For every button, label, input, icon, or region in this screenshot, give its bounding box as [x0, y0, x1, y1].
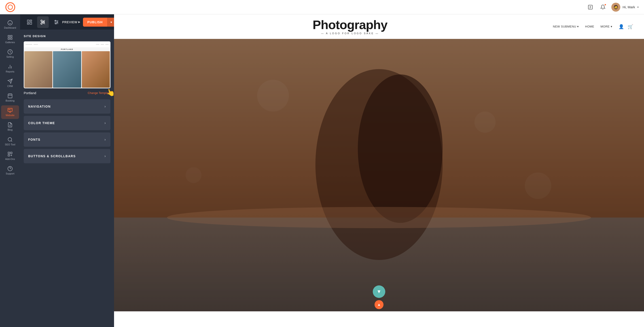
site-nav-more-dropdown-icon: ▾ — [611, 25, 612, 28]
fonts-section-button[interactable]: FONTS › — [24, 132, 110, 147]
svg-point-43 — [41, 20, 42, 22]
sidebar-label-seo: SEO Tool — [5, 143, 15, 146]
site-cart-icon[interactable]: 🛒 — [628, 24, 633, 29]
sidebar-item-support[interactable]: Support — [1, 164, 19, 177]
sidebar-label-blog: Blog — [8, 128, 12, 131]
template-nav-line-2 — [34, 44, 38, 45]
tab-settings[interactable] — [50, 16, 62, 28]
site-nav-label-home: HOME — [585, 25, 594, 28]
site-nav-dropdown-icon: ▾ — [577, 25, 579, 28]
site-nav-item-more[interactable]: MORE ▾ — [600, 25, 612, 28]
svg-rect-26 — [10, 110, 11, 110]
sidebar-item-blog[interactable]: Blog — [1, 120, 19, 134]
color-theme-chevron-icon: › — [104, 121, 106, 125]
template-nav-line-1 — [26, 44, 32, 45]
navigation-section-button[interactable]: NAVIGATION › — [24, 99, 110, 114]
preview-area: Photography — A LOGO FOR LOGO SAKE — NEW… — [114, 14, 644, 327]
preview-label: PREVIEW — [62, 20, 77, 24]
site-nav: NEW SUBMENU ▾ HOME MORE ▾ 👤 🛒 — [553, 24, 633, 29]
svg-rect-33 — [8, 154, 10, 156]
buttons-scrollbars-section-button[interactable]: BUTTONS & SCROLLBARS › — [24, 149, 110, 163]
site-nav-icons: 👤 🛒 — [618, 24, 633, 29]
publish-button-group: PUBLISH ▾ — [83, 18, 114, 26]
avatar: 🧔 — [611, 3, 620, 12]
svg-point-29 — [8, 138, 12, 141]
sidebar-label-reports: Reports — [6, 70, 14, 73]
svg-rect-41 — [27, 23, 29, 24]
sidebar-item-crm[interactable]: CRM — [1, 76, 19, 90]
svg-rect-10 — [10, 35, 12, 37]
publish-button[interactable]: PUBLISH — [83, 20, 107, 24]
scroll-up-button[interactable]: ▲ — [374, 300, 384, 309]
svg-point-1 — [8, 5, 12, 10]
sidebar-item-reports[interactable]: Reports — [1, 62, 19, 76]
color-theme-section-button[interactable]: COLOR THEME › — [24, 116, 110, 130]
svg-point-51 — [55, 20, 56, 21]
sidebar-label-selling: Selling — [6, 56, 14, 58]
tab-pages[interactable] — [24, 16, 35, 28]
panel-title: SITE DESIGN — [24, 34, 110, 38]
sidebar-label-galleries: Galleries — [5, 41, 15, 44]
svg-point-52 — [57, 22, 58, 22]
main-layout: Dashboard Galleries Selling — [0, 14, 644, 327]
sidebar-item-website[interactable]: Website — [1, 105, 19, 119]
user-chevron-icon: ▾ — [637, 6, 639, 9]
svg-rect-12 — [10, 38, 12, 39]
sidebar-item-addons[interactable]: Add-Ons — [1, 149, 19, 163]
color-theme-section-label: COLOR THEME — [28, 121, 55, 125]
sidebar-item-galleries[interactable]: Galleries — [1, 32, 19, 46]
site-nav-label-submenu: NEW SUBMENU — [553, 25, 576, 28]
svg-point-44 — [41, 23, 42, 24]
fonts-section-label: FONTS — [28, 138, 40, 141]
site-nav-item-submenu[interactable]: NEW SUBMENU ▾ — [553, 25, 579, 28]
template-photo-1 — [24, 51, 52, 88]
info-button[interactable] — [586, 3, 594, 11]
preview-button[interactable]: PREVIEW ▶ — [62, 20, 80, 24]
site-user-icon[interactable]: 👤 — [618, 24, 624, 29]
sidebar-label-support: Support — [6, 172, 14, 175]
svg-line-47 — [42, 21, 43, 22]
site-header: Photography — A LOGO FOR LOGO SAKE — NEW… — [114, 14, 644, 39]
svg-rect-25 — [10, 109, 12, 109]
sidebar-item-dashboard[interactable]: Dashboard — [1, 18, 19, 32]
scroll-down-icon: ▼ — [376, 289, 382, 294]
change-template-link[interactable]: Change Template — [88, 91, 110, 94]
template-photos — [24, 50, 110, 88]
navigation-section-label: NAVIGATION — [28, 105, 51, 108]
sidebar-label-booking: Booking — [6, 99, 14, 102]
scroll-down-button[interactable]: ▼ — [373, 286, 385, 298]
notification-button[interactable] — [599, 3, 607, 11]
toolbar-tabs — [24, 16, 62, 28]
svg-rect-11 — [8, 38, 10, 39]
svg-rect-32 — [10, 152, 12, 154]
template-photo-2 — [53, 51, 81, 88]
app-logo[interactable] — [5, 2, 15, 12]
site-logo-text: Photography — [312, 18, 387, 31]
svg-line-30 — [11, 140, 12, 141]
svg-line-46 — [44, 22, 45, 24]
site-nav-item-home[interactable]: HOME — [585, 25, 594, 28]
svg-point-0 — [6, 3, 15, 12]
template-preview-header — [24, 42, 110, 48]
sidebar-item-booking[interactable]: Booking — [1, 91, 19, 104]
tab-design[interactable] — [37, 16, 49, 28]
svg-rect-38 — [27, 20, 29, 22]
sidebar-item-seo[interactable]: SEO Tool — [1, 135, 19, 148]
user-menu[interactable]: 🧔 Hi, Mark ▾ — [611, 3, 639, 12]
sidebar-label-dashboard: Dashboard — [4, 26, 16, 29]
svg-point-36 — [8, 166, 12, 171]
template-nav-line-3 — [96, 44, 99, 45]
buttons-scrollbars-chevron-icon: › — [104, 154, 106, 158]
template-nav-line-4 — [100, 44, 104, 45]
sidebar-item-selling[interactable]: Selling — [1, 47, 19, 60]
site-nav-label-more: MORE — [600, 25, 610, 28]
template-info: Portland Change Template — [24, 91, 110, 95]
site-logo-tagline: — A LOGO FOR LOGO SAKE — — [321, 32, 379, 35]
header-right: 🧔 Hi, Mark ▾ — [586, 3, 639, 12]
panel-content: SITE DESIGN PORTLAND — [20, 30, 114, 170]
svg-point-53 — [56, 23, 56, 24]
svg-point-6 — [8, 20, 12, 25]
template-photo-3 — [82, 51, 110, 88]
sidebar-label-website: Website — [6, 114, 14, 117]
publish-dropdown-button[interactable]: ▾ — [107, 18, 114, 26]
